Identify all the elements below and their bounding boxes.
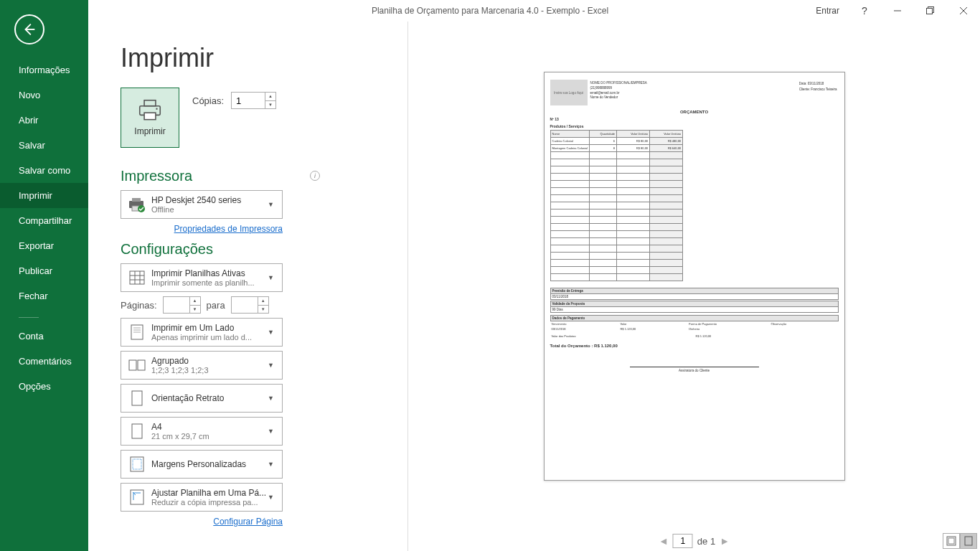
pages-from[interactable]: ▲▼ — [163, 296, 201, 314]
svg-rect-28 — [133, 459, 141, 469]
paper-select[interactable]: A4 21 cm x 29,7 cm ▼ — [121, 417, 283, 446]
scaling-line2: Reduzir a cópia impressa pa... — [151, 498, 268, 507]
chevron-down-icon: ▼ — [268, 395, 278, 402]
sidebar-item-salvar-como[interactable]: Salvar como — [0, 158, 88, 183]
preview-payment: Dados de Pagamento Vencimento Valor Form… — [550, 315, 839, 339]
chevron-down-icon: ▼ — [268, 428, 278, 435]
app-title: Planilha de Orçamento para Marcenaria 4.… — [372, 6, 608, 16]
page-preview: Insira sua Logo Aqui NOME DO PROFISSIONA… — [544, 72, 845, 481]
close-icon — [959, 6, 968, 15]
preview-proposal: Validade da Proposta 99 Dias — [550, 301, 839, 313]
next-page-button[interactable]: ► — [720, 535, 730, 547]
margins-icon — [127, 456, 147, 472]
titlebar: Planilha de Orçamento para Marcenaria 4.… — [0, 0, 980, 22]
backstage-sidebar: Informações Novo Abrir Salvar Salvar com… — [0, 0, 88, 551]
printer-select[interactable]: HP Deskjet 2540 series Offline ▼ — [121, 190, 283, 219]
sidebar-item-abrir[interactable]: Abrir — [0, 108, 88, 133]
sidebar-item-informacoes[interactable]: Informações — [0, 57, 88, 83]
paper-line1: A4 — [151, 422, 268, 432]
show-margins-button[interactable] — [943, 533, 960, 549]
print-what-line2: Imprimir somente as planilh... — [151, 278, 268, 287]
copies-block: Cópias: ▲ ▼ — [192, 88, 276, 109]
sidebar-item-comentarios[interactable]: Comentários — [0, 349, 88, 374]
pages-to-down[interactable]: ▼ — [258, 306, 268, 314]
close-button[interactable] — [947, 0, 980, 22]
svg-rect-26 — [132, 424, 142, 438]
sidebar-item-salvar[interactable]: Salvar — [0, 133, 88, 158]
page-title: Imprimir — [121, 43, 321, 73]
chevron-down-icon: ▼ — [268, 461, 278, 468]
svg-rect-2 — [927, 9, 933, 14]
chevron-down-icon: ▼ — [268, 329, 278, 336]
svg-rect-23 — [129, 360, 136, 370]
collate-line2: 1;2;3 1;2;3 1;2;3 — [151, 366, 268, 375]
sidebar-item-novo[interactable]: Novo — [0, 83, 88, 108]
sheets-icon — [127, 270, 147, 285]
svg-rect-25 — [132, 391, 142, 405]
scaling-select[interactable]: Ajustar Planilha em Uma Pá... Reduzir a … — [121, 483, 283, 512]
scaling-line1: Ajustar Planilha em Uma Pá... — [151, 488, 268, 498]
margins-select[interactable]: Margens Personalizadas ▼ — [121, 450, 283, 479]
sidebar-item-publicar[interactable]: Publicar — [0, 258, 88, 283]
chevron-down-icon: ▼ — [268, 274, 278, 281]
pages-to-up[interactable]: ▲ — [258, 297, 268, 306]
margins-line1: Margens Personalizadas — [151, 459, 268, 469]
chevron-down-icon: ▼ — [268, 494, 278, 501]
print-button[interactable]: Imprimir — [121, 88, 179, 148]
orientation-select[interactable]: Orientação Retrato ▼ — [121, 384, 283, 413]
sidebar-item-compartilhar[interactable]: Compartilhar — [0, 208, 88, 233]
svg-rect-8 — [144, 113, 156, 120]
sidebar-item-imprimir[interactable]: Imprimir — [0, 183, 88, 208]
printer-icon — [136, 99, 164, 122]
back-button[interactable] — [14, 14, 44, 44]
sidebar-item-exportar[interactable]: Exportar — [0, 233, 88, 258]
print-what-select[interactable]: Imprimir Planilhas Ativas Imprimir somen… — [121, 263, 283, 292]
copies-input[interactable] — [232, 93, 265, 108]
sidebar-item-fechar[interactable]: Fechar — [0, 283, 88, 309]
page-number-input[interactable] — [673, 534, 693, 548]
pages-to-input[interactable] — [232, 297, 258, 313]
pages-from-down[interactable]: ▼ — [190, 306, 200, 314]
copies-up-button[interactable]: ▲ — [265, 93, 275, 101]
print-panel: Imprimir Imprimir Cópias: ▲ ▼ — [121, 43, 321, 527]
preview-products-label: Produtos / Serviços — [550, 124, 584, 128]
signin-link[interactable]: Entrar — [807, 6, 848, 16]
page-setup-link[interactable]: Configurar Página — [213, 517, 283, 527]
collate-select[interactable]: Agrupado 1;2;3 1;2;3 1;2;3 ▼ — [121, 351, 283, 380]
svg-rect-14 — [130, 271, 144, 284]
preview-delivery: Previsão de Entrega 03/11/2018 — [550, 288, 839, 300]
preview-table: Nome Quantidade Valor Unitário Valor Uni… — [550, 130, 684, 281]
svg-rect-29 — [131, 490, 143, 504]
pages-to-label: para — [207, 300, 225, 311]
paper-icon — [127, 423, 147, 439]
printer-info-icon[interactable]: i — [310, 171, 320, 181]
zoom-to-page-button[interactable] — [960, 533, 977, 549]
pages-from-up[interactable]: ▲ — [190, 297, 200, 306]
pages-from-input[interactable] — [164, 297, 189, 313]
preview-company-block: NOME DO PROFISSIONAL/EMPRESA (21)9988889… — [590, 81, 647, 100]
preview-logo: Insira sua Logo Aqui — [550, 80, 588, 105]
minimize-button[interactable] — [881, 0, 914, 22]
sidebar-item-opcoes[interactable]: Opções — [0, 374, 88, 399]
preview-area: Insira sua Logo Aqui NOME DO PROFISSIONA… — [408, 22, 980, 531]
printer-section-title: Impressora — [121, 168, 192, 184]
sides-line1: Imprimir em Um Lado — [151, 323, 268, 333]
back-arrow-icon — [22, 22, 37, 37]
copies-spinner[interactable]: ▲ ▼ — [231, 92, 276, 109]
preview-title: ORÇAMENTO — [545, 110, 844, 114]
pages-to[interactable]: ▲▼ — [231, 296, 269, 314]
sidebar-item-conta[interactable]: Conta — [0, 324, 88, 349]
titlebar-right: Entrar ? — [807, 0, 980, 22]
help-button[interactable]: ? — [848, 0, 881, 22]
preview-number: Nº 13 — [550, 117, 559, 121]
prev-page-button[interactable]: ◄ — [659, 535, 669, 547]
preview-signature: Assinatura do Cliente — [630, 367, 759, 372]
restore-button[interactable] — [914, 0, 947, 22]
fit-page-icon — [963, 536, 974, 546]
restore-icon — [926, 6, 935, 15]
printer-properties-link[interactable]: Propriedades de Impressora — [174, 224, 283, 234]
sides-select[interactable]: Imprimir em Um Lado Apenas imprimir um l… — [121, 318, 283, 347]
copies-down-button[interactable]: ▼ — [265, 101, 275, 109]
svg-rect-24 — [138, 360, 145, 370]
one-side-icon — [127, 324, 147, 340]
